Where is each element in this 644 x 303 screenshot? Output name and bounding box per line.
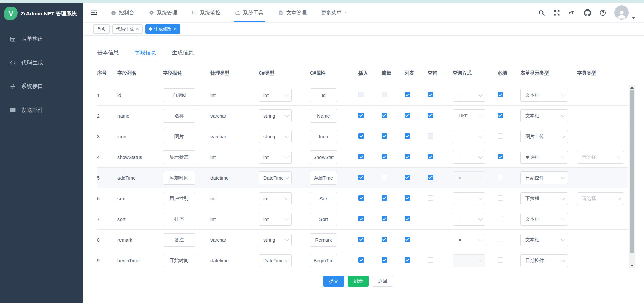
- edit-checkbox[interactable]: [382, 216, 387, 221]
- query-checkbox[interactable]: [428, 175, 433, 180]
- query-checkbox[interactable]: [428, 237, 433, 242]
- list-checkbox[interactable]: [405, 133, 410, 139]
- query-checkbox[interactable]: [428, 154, 433, 159]
- nav-item-article-admin[interactable]: 文章管理: [278, 3, 307, 22]
- scroll-down-icon[interactable]: [629, 263, 635, 268]
- edit-checkbox[interactable]: [382, 113, 387, 118]
- field-description-input[interactable]: [163, 130, 195, 143]
- edit-checkbox[interactable]: [382, 133, 387, 139]
- cs-property-input[interactable]: [310, 130, 337, 143]
- required-checkbox[interactable]: [498, 216, 503, 221]
- sidebar-item-send-mail[interactable]: 发送邮件: [0, 98, 83, 122]
- tag-home[interactable]: 首页: [93, 24, 110, 34]
- cs-type-select[interactable]: DateTime: [259, 171, 292, 184]
- nav-item-system-admin[interactable]: 系统管理: [149, 3, 177, 22]
- field-description-input[interactable]: [163, 213, 195, 226]
- nav-item-system-monitor[interactable]: 系统监控: [192, 3, 220, 22]
- insert-checkbox[interactable]: [358, 237, 364, 242]
- nav-item-more-menu[interactable]: 更多菜单: [321, 3, 348, 22]
- query-type-select[interactable]: =: [453, 192, 485, 205]
- field-description-input[interactable]: [163, 171, 195, 185]
- list-checkbox[interactable]: [405, 175, 410, 180]
- tab-field-info[interactable]: 字段信息: [134, 49, 156, 61]
- table-scrollbar[interactable]: [629, 85, 635, 268]
- insert-checkbox[interactable]: [358, 216, 364, 221]
- required-checkbox[interactable]: [498, 92, 503, 97]
- dict-type-select[interactable]: 请选择: [577, 151, 624, 164]
- submit-button[interactable]: 提交: [323, 276, 344, 287]
- query-checkbox[interactable]: [428, 216, 433, 221]
- cs-property-input[interactable]: [310, 233, 337, 247]
- list-checkbox[interactable]: [405, 216, 410, 221]
- scrollbar-thumb[interactable]: [630, 90, 634, 253]
- display-type-select[interactable]: 文本框: [520, 109, 568, 122]
- tag-code-gen[interactable]: 代码生成×: [112, 24, 143, 34]
- field-description-input[interactable]: [163, 150, 195, 164]
- display-type-select[interactable]: 文本框: [520, 213, 568, 226]
- display-type-select[interactable]: 单选框: [520, 151, 568, 164]
- field-description-input[interactable]: [163, 192, 195, 205]
- field-description-input[interactable]: [163, 233, 195, 247]
- cs-type-select[interactable]: int: [259, 89, 292, 102]
- insert-checkbox[interactable]: [358, 133, 364, 139]
- list-checkbox[interactable]: [405, 195, 410, 201]
- required-checkbox[interactable]: [498, 257, 503, 263]
- list-checkbox[interactable]: [405, 92, 410, 97]
- tag-gen-edit[interactable]: 生成修改×: [145, 24, 181, 34]
- edit-checkbox[interactable]: [382, 195, 387, 201]
- edit-checkbox[interactable]: [382, 154, 387, 159]
- edit-checkbox[interactable]: [382, 257, 387, 263]
- query-checkbox[interactable]: [428, 257, 433, 263]
- insert-checkbox[interactable]: [358, 175, 364, 180]
- nav-item-console[interactable]: 控制台: [111, 3, 134, 22]
- query-type-select[interactable]: =: [453, 89, 485, 102]
- cs-type-select[interactable]: int: [259, 213, 292, 226]
- display-type-select[interactable]: 图片上传: [520, 130, 568, 143]
- required-checkbox[interactable]: [498, 133, 503, 139]
- menu-fold-icon[interactable]: [91, 9, 98, 16]
- refresh-button[interactable]: 刷新: [348, 276, 369, 287]
- required-checkbox[interactable]: [498, 154, 503, 159]
- cs-property-input[interactable]: [310, 150, 337, 164]
- font-size-icon[interactable]: TT: [569, 9, 576, 16]
- query-type-select[interactable]: =: [453, 234, 485, 246]
- field-description-input[interactable]: [163, 254, 195, 267]
- field-description-input[interactable]: [163, 109, 195, 123]
- edit-checkbox[interactable]: [382, 175, 387, 180]
- back-button[interactable]: 返回: [372, 276, 393, 287]
- display-type-select[interactable]: 文本框: [520, 234, 568, 246]
- cs-property-input[interactable]: [310, 88, 337, 102]
- close-icon[interactable]: ×: [136, 27, 139, 31]
- query-type-select[interactable]: =: [453, 213, 485, 226]
- cs-property-input[interactable]: [310, 192, 337, 205]
- cs-property-input[interactable]: [310, 171, 337, 185]
- dict-type-select[interactable]: 请选择: [577, 192, 624, 205]
- cs-property-input[interactable]: [310, 109, 337, 123]
- insert-checkbox[interactable]: [358, 257, 364, 263]
- search-icon[interactable]: [538, 9, 545, 16]
- query-type-select[interactable]: =: [453, 151, 485, 164]
- required-checkbox[interactable]: [498, 237, 503, 242]
- insert-checkbox[interactable]: [358, 195, 364, 201]
- cs-property-input[interactable]: [310, 213, 337, 226]
- cs-type-select[interactable]: int: [259, 192, 292, 205]
- required-checkbox[interactable]: [498, 175, 503, 180]
- list-checkbox[interactable]: [405, 113, 410, 118]
- nav-item-system-tools[interactable]: 系统工具: [235, 3, 263, 22]
- insert-checkbox[interactable]: [358, 154, 364, 159]
- sidebar-item-code-generator[interactable]: 代码生成: [0, 51, 83, 75]
- cs-property-input[interactable]: [310, 254, 337, 267]
- query-checkbox[interactable]: [428, 195, 433, 201]
- tab-generate-info[interactable]: 生成信息: [172, 49, 194, 61]
- fullscreen-icon[interactable]: [553, 9, 560, 16]
- query-checkbox[interactable]: [428, 92, 433, 97]
- cs-type-select[interactable]: string: [259, 130, 292, 143]
- display-type-select[interactable]: 日期控件: [520, 171, 568, 184]
- list-checkbox[interactable]: [405, 154, 410, 159]
- query-type-select[interactable]: =: [453, 130, 485, 143]
- display-type-select[interactable]: 下拉框: [520, 192, 568, 205]
- query-checkbox[interactable]: [428, 113, 433, 118]
- help-icon[interactable]: [599, 9, 606, 16]
- cs-type-select[interactable]: string: [259, 234, 292, 246]
- required-checkbox[interactable]: [498, 195, 503, 201]
